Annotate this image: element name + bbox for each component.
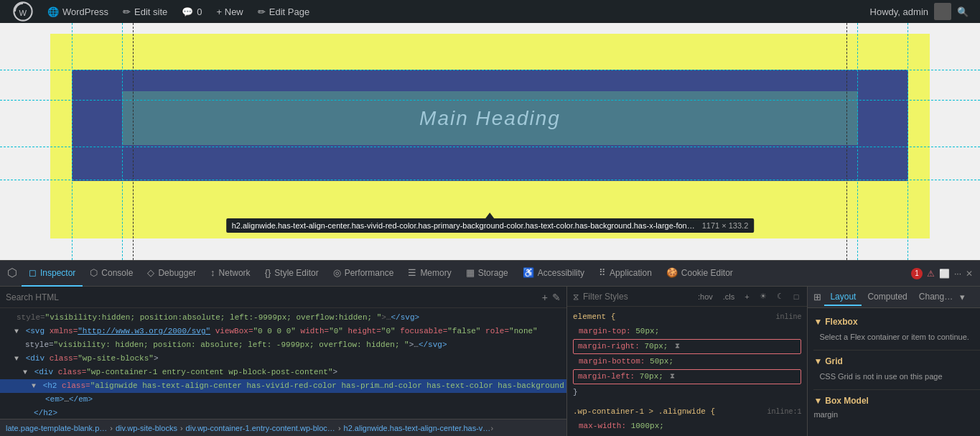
- admin-search-icon[interactable]: 🔍: [957, 6, 969, 17]
- error-badge: 1: [911, 268, 923, 279]
- panel-icon[interactable]: ⊞: [813, 292, 821, 302]
- guide-line-v3: [133, 23, 134, 260]
- comments-button[interactable]: 💬 0: [174, 0, 209, 23]
- filter-styles-icon: ⧖: [573, 292, 579, 302]
- add-node-button[interactable]: +: [542, 292, 548, 303]
- styles-filter-bar: ⧖ :hov .cls + ☀ ☾ □: [567, 287, 807, 307]
- light-mode-button[interactable]: ☀: [757, 291, 770, 302]
- html-panel: + ✎ style="visibility:hidden; position:a…: [0, 287, 567, 436]
- styles-rule: .wp-container-1 > .alignwide { inline:1: [567, 404, 807, 419]
- pick-element-button[interactable]: ✎: [552, 292, 561, 303]
- tab-console[interactable]: ⬡ Console: [83, 261, 140, 287]
- more-tools-button[interactable]: ···: [954, 269, 961, 279]
- guide-line-h3: [0, 70, 980, 70]
- cls-button[interactable]: .cls: [720, 292, 738, 302]
- breadcrumb-item[interactable]: h2.alignwide.has-text-align-center.has-v…: [344, 424, 491, 432]
- box-model-section-header[interactable]: ▼ Box Model: [813, 393, 980, 409]
- guide-line-v2: [857, 23, 858, 260]
- debugger-icon: ◇: [147, 267, 154, 278]
- breadcrumb-item[interactable]: div.wp-container-1.entry-content.wp-bloc…: [186, 424, 335, 432]
- style-editor-label: Style Editor: [274, 268, 318, 278]
- new-label: + New: [217, 6, 243, 17]
- changes-arrow[interactable]: ▾: [960, 292, 965, 302]
- devtools-panel: ⬡ ◻ Inspector ⬡ Console ◇ Debugger ↕ Net…: [0, 260, 980, 436]
- filter-styles-input[interactable]: [583, 292, 691, 302]
- tooltip-text: h2.alignwide.has-text-align-center.has-v…: [232, 221, 695, 230]
- guide-line-v5: [72, 23, 73, 260]
- html-line[interactable]: style="visibility: hidden; position: abs…: [0, 338, 566, 352]
- console-label: Console: [101, 268, 133, 278]
- styles-rule: element { inline: [567, 310, 807, 325]
- divider: [813, 350, 980, 351]
- html-text: <div: [26, 354, 45, 363]
- tab-computed[interactable]: Computed: [862, 289, 913, 306]
- search-html-input[interactable]: [6, 292, 538, 302]
- dark-mode-button[interactable]: ☾: [774, 291, 787, 302]
- html-line[interactable]: <em>…</em>: [0, 393, 566, 407]
- html-line[interactable]: <div class="wp-container-1 entry-content…: [0, 366, 566, 379]
- html-line[interactable]: style="visibility:hidden; position:absol…: [0, 311, 566, 325]
- box-model-toggle-icon: ▼: [813, 396, 822, 406]
- inspector-icon: ◻: [29, 267, 37, 278]
- wordpress-button[interactable]: 🌐 WordPress: [40, 0, 116, 23]
- tab-style-editor[interactable]: {} Style Editor: [258, 261, 326, 287]
- tooltip-arrow: [485, 213, 494, 218]
- console-icon: ⬡: [90, 267, 98, 278]
- edit-page-button[interactable]: ✏ Edit Page: [251, 0, 317, 23]
- prop-name: margin-bottom:: [579, 357, 645, 366]
- html-line[interactable]: <div class="wp-site-blocks">: [0, 352, 566, 366]
- breadcrumb-item[interactable]: late.page-template-blank.p…: [6, 424, 107, 432]
- prop-name: max-width:: [579, 422, 626, 430]
- html-text: style="visibility: hidden; position: abs…: [25, 340, 447, 349]
- grid-content: CSS Grid is not in use on this page: [813, 369, 980, 386]
- guide-line-v4: [846, 23, 847, 260]
- cookie-icon: 🍪: [666, 267, 678, 278]
- tab-debugger[interactable]: ◇ Debugger: [140, 261, 203, 287]
- devtools-right-controls: 1 ⚠ ⬜ ··· ✕: [907, 268, 977, 279]
- flexbox-toggle-icon: ▼: [813, 317, 822, 327]
- tab-performance[interactable]: ◎ Performance: [326, 261, 401, 287]
- tab-accessibility[interactable]: ♿ Accessibility: [515, 261, 592, 287]
- filter-override-icon[interactable]: ⧗: [670, 373, 675, 381]
- html-line[interactable]: </h2>: [0, 407, 566, 419]
- tab-network[interactable]: ↕ Network: [203, 261, 258, 287]
- tab-cookie-editor[interactable]: 🍪 Cookie Editor: [659, 261, 740, 287]
- grid-description: CSS Grid is not in use on this page: [819, 372, 942, 381]
- hov-button[interactable]: :hov: [695, 292, 716, 302]
- right-content: ▼ Flexbox Select a Flex container or ite…: [808, 308, 980, 436]
- edit-site-label: Edit site: [134, 6, 167, 17]
- prop-value: 70px;: [640, 372, 663, 381]
- network-label: Network: [219, 268, 251, 278]
- new-button[interactable]: + New: [210, 0, 251, 23]
- filter-override-icon[interactable]: ⧗: [675, 343, 680, 351]
- application-icon: ⠿: [599, 267, 606, 278]
- edit-site-button[interactable]: ✏ Edit site: [116, 0, 174, 23]
- print-mode-button[interactable]: □: [791, 292, 802, 302]
- close-devtools-button[interactable]: ✕: [966, 269, 973, 279]
- prop-line: margin-top: 50px;: [567, 325, 807, 338]
- tab-storage[interactable]: ▦ Storage: [459, 261, 515, 287]
- flexbox-section-header[interactable]: ▼ Flexbox: [813, 314, 980, 330]
- tab-memory[interactable]: ☰ Memory: [401, 261, 458, 287]
- grid-section-header[interactable]: ▼ Grid: [813, 353, 980, 369]
- admin-avatar[interactable]: [934, 3, 951, 20]
- storage-icon: ▦: [466, 267, 475, 278]
- html-line[interactable]: <svg xmlns="http://www.w3.org/2000/svg" …: [0, 325, 566, 338]
- add-rule-button[interactable]: +: [742, 292, 752, 302]
- wp-logo-button[interactable]: W: [6, 0, 40, 23]
- pointer-tool[interactable]: ⬡: [3, 261, 22, 287]
- cookie-editor-label: Cookie Editor: [681, 268, 733, 278]
- tab-layout[interactable]: Layout: [824, 289, 862, 306]
- breadcrumb-item[interactable]: div.wp-site-blocks: [116, 424, 177, 432]
- triangle-icon: [23, 368, 27, 376]
- flexbox-label: Flexbox: [825, 317, 857, 327]
- breadcrumb-arrow[interactable]: ›: [490, 424, 493, 432]
- tab-changes[interactable]: Chang…: [913, 289, 958, 306]
- memory-label: Memory: [420, 268, 451, 278]
- tab-application[interactable]: ⠿ Application: [592, 261, 659, 287]
- html-line-selected[interactable]: <h2 class="alignwide has-text-align-cent…: [0, 379, 566, 393]
- responsive-mode-button[interactable]: ⬜: [939, 269, 950, 279]
- tab-inspector[interactable]: ◻ Inspector: [22, 261, 83, 287]
- flexbox-description: Select a Flex container or item to conti…: [819, 333, 969, 341]
- layout-tab-label: Layout: [830, 292, 856, 302]
